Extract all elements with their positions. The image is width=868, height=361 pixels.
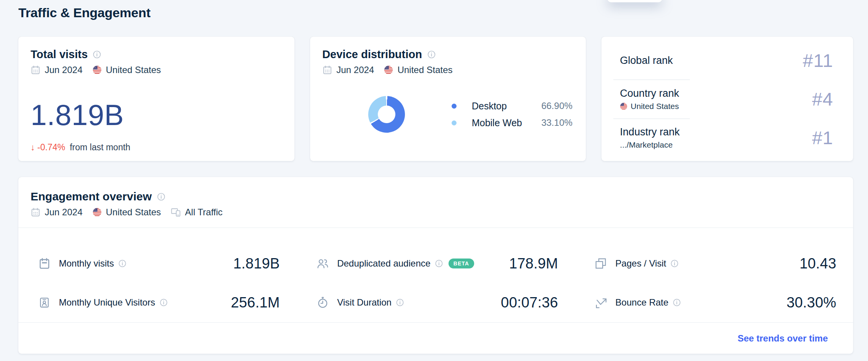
metric-value: 256.1M — [231, 294, 280, 311]
country-rank-row: Country rank United States #4 — [601, 80, 853, 118]
industry-rank-row: Industry rank .../Marketplace #1 — [601, 119, 853, 157]
metric-label: Visit Duration — [337, 297, 392, 308]
summary-cards-row: Total visits Jun 2024 United States 1.81… — [18, 37, 853, 161]
period-label: Jun 2024 — [336, 65, 374, 75]
country-label: United States — [397, 65, 452, 75]
metric-value: 178.9M — [509, 255, 558, 272]
legend-label: Mobile Web — [472, 117, 530, 128]
device-legend: Desktop 66.90% Mobile Web 33.10% — [452, 101, 572, 128]
country-label: United States — [106, 65, 161, 75]
metric-label: Deduplicated audience — [337, 258, 431, 269]
mobile-legend-dot-icon — [452, 120, 457, 125]
us-flag-icon — [384, 65, 393, 75]
period-label: Jun 2024 — [45, 207, 83, 218]
info-icon[interactable] — [435, 259, 443, 268]
info-icon[interactable] — [93, 50, 101, 59]
desktop-legend-dot-icon — [452, 104, 457, 109]
calendar-icon — [31, 65, 41, 75]
country-rank-sub: United States — [631, 102, 679, 111]
engagement-overview-title: Engagement overview — [31, 190, 152, 203]
rank-card: Global rank #11 Country rank United Stat… — [601, 37, 853, 161]
info-icon[interactable] — [673, 298, 681, 307]
engagement-overview-card: Engagement overview Jun 2024 United Stat… — [18, 177, 853, 354]
device-distribution-title: Device distribution — [322, 48, 422, 61]
industry-rank-label: Industry rank — [620, 126, 679, 138]
calendar-icon — [322, 65, 332, 75]
metric-label: Monthly Unique Visitors — [59, 297, 155, 308]
global-rank-value: #11 — [803, 50, 833, 71]
country-rank-value: #4 — [812, 89, 833, 110]
country-label: United States — [106, 207, 161, 218]
info-icon[interactable] — [396, 298, 404, 307]
devices-icon — [171, 207, 181, 217]
change-arrow-down-icon: ↓ — [31, 142, 35, 153]
beta-badge: BETA — [449, 259, 474, 268]
metric-value: 10.43 — [800, 255, 836, 272]
legend-value: 33.10% — [541, 117, 572, 128]
metric-visit-duration: Visit Duration 00:07:36 — [297, 283, 575, 322]
engagement-metrics-grid: Monthly visits 1.819B Deduplicated audie… — [18, 228, 853, 322]
engagement-footer: See trends over time — [18, 322, 853, 354]
floating-tooltip-remnant — [607, 0, 662, 2]
legend-item-desktop: Desktop 66.90% — [452, 101, 572, 112]
total-visits-title: Total visits — [31, 48, 88, 61]
us-flag-icon — [93, 208, 102, 217]
bounce-rate-icon — [595, 296, 607, 309]
info-icon[interactable] — [159, 298, 168, 307]
metric-monthly-visits: Monthly visits 1.819B — [18, 244, 297, 283]
calendar-icon — [31, 207, 41, 217]
global-rank-row: Global rank #11 — [601, 41, 853, 80]
global-rank-label: Global rank — [620, 55, 673, 67]
legend-value: 66.90% — [541, 101, 572, 111]
pages-icon — [595, 257, 607, 270]
industry-rank-value: #1 — [812, 127, 833, 148]
metric-bounce-rate: Bounce Rate 30.30% — [575, 283, 853, 322]
metric-monthly-unique-visitors: Monthly Unique Visitors 256.1M — [18, 283, 297, 322]
metric-label: Bounce Rate — [615, 297, 668, 308]
monthly-visits-icon — [38, 257, 50, 270]
id-card-icon — [38, 296, 50, 309]
metric-pages-per-visit: Pages / Visit 10.43 — [575, 244, 853, 283]
legend-item-mobile-web: Mobile Web 33.10% — [452, 117, 572, 128]
country-rank-label: Country rank — [620, 88, 679, 99]
audience-icon — [317, 257, 329, 270]
metric-label: Pages / Visit — [615, 258, 666, 269]
traffic-label: All Traffic — [185, 207, 223, 218]
info-icon[interactable] — [157, 192, 166, 201]
us-flag-icon — [620, 102, 627, 110]
metric-label: Monthly visits — [59, 258, 114, 269]
us-flag-icon — [93, 65, 102, 75]
metric-deduplicated-audience: Deduplicated audience BETA 178.9M — [297, 244, 575, 283]
info-icon[interactable] — [118, 259, 127, 268]
total-visits-card: Total visits Jun 2024 United States 1.81… — [18, 37, 294, 161]
device-distribution-card: Device distribution Jun 2024 United Stat… — [310, 37, 586, 161]
device-donut-chart[interactable] — [368, 96, 405, 133]
legend-label: Desktop — [472, 101, 530, 112]
info-icon[interactable] — [670, 259, 679, 268]
metric-value: 1.819B — [233, 255, 280, 272]
stopwatch-icon — [317, 296, 329, 309]
info-icon[interactable] — [427, 50, 436, 59]
metric-value: 00:07:36 — [501, 294, 558, 311]
metric-value: 30.30% — [787, 294, 836, 311]
change-percent: -0.74% — [37, 142, 65, 153]
period-label: Jun 2024 — [45, 65, 83, 75]
total-visits-value: 1.819B — [31, 98, 282, 132]
industry-rank-sub: .../Marketplace — [620, 140, 673, 150]
change-note: from last month — [70, 142, 130, 153]
page-title: Traffic & Engagement — [18, 5, 151, 20]
see-trends-link[interactable]: See trends over time — [738, 333, 828, 344]
